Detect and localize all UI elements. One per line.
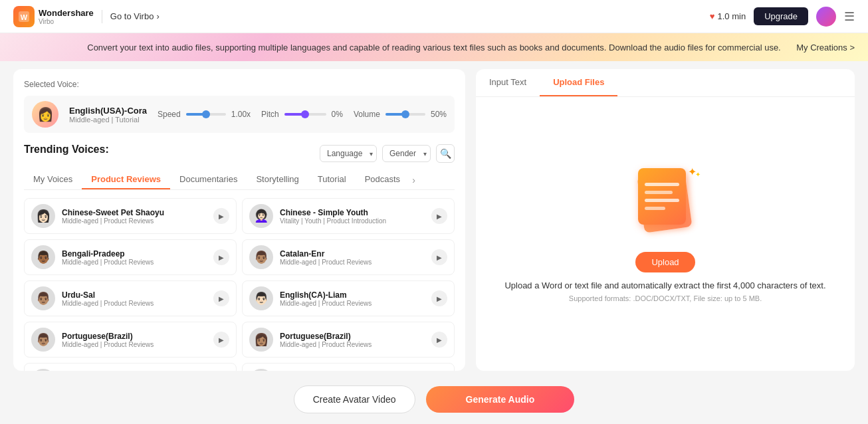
logo-brand: Wondershare <box>39 8 94 18</box>
speed-thumb <box>202 110 210 118</box>
top-nav: W Wondershare Virbo Go to Virbo › ♥ 1.0 … <box>0 0 868 33</box>
voice-play-button[interactable]: ▶ <box>213 332 229 348</box>
voice-play-button[interactable]: ▶ <box>431 249 447 265</box>
doc-line-4 <box>645 207 665 210</box>
voice-item-name: English(CA)-Liam <box>280 290 425 300</box>
speed-label: Speed <box>158 110 181 119</box>
voice-list-item[interactable]: 👩🏻‍🦳 Welsh-Nia Middle-aged | Product Rev… <box>24 363 237 371</box>
left-panel: Selected Voice: 👩 English(USA)-Cora Midd… <box>13 69 465 371</box>
voice-list-item[interactable]: 👨🏽 Portuguese(Brazil) Middle-aged | Prod… <box>24 322 237 358</box>
voice-list-item[interactable]: 👨🏽 Catalan-Enr Middle-aged | Product Rev… <box>242 239 455 275</box>
svg-text:W: W <box>21 13 28 21</box>
tab-product-reviews[interactable]: Product Reviews <box>82 170 170 189</box>
voice-list-item[interactable]: 👨🏾 Bengali-Pradeep Middle-aged | Product… <box>24 239 237 275</box>
banner-text: Convert your text into audio files, supp… <box>87 43 780 53</box>
voice-list-item[interactable]: 👩🏻 Chinese-Sweet Pet Shaoyu Middle-aged … <box>24 198 237 234</box>
search-icon[interactable]: 🔍 <box>436 144 455 163</box>
voice-item-tags: Middle-aged | Product Reviews <box>62 341 207 348</box>
pitch-thumb <box>301 110 309 118</box>
tab-documentaries[interactable]: Documentaries <box>170 170 247 189</box>
voice-play-button[interactable]: ▶ <box>213 249 229 265</box>
upload-description: Upload a Word or text file and automatic… <box>504 280 825 290</box>
volume-value: 50% <box>431 110 447 119</box>
voice-play-button[interactable]: ▶ <box>213 290 229 306</box>
tab-podcasts[interactable]: Podcasts <box>356 170 409 189</box>
voice-list-item[interactable]: 👨🏻 English(CA)-Liam Middle-aged | Produc… <box>242 280 455 316</box>
tab-upload-files[interactable]: Upload Files <box>540 69 617 96</box>
voice-play-button[interactable]: ▶ <box>431 332 447 348</box>
voice-item-avatar: 👨🏽 <box>31 286 55 310</box>
voice-play-button[interactable]: ▶ <box>431 290 447 306</box>
right-panel: Input Text Upload Files ✦ ✦ Upload Up <box>476 69 855 371</box>
bottom-bar: Create Avatar Video Generate Audio <box>0 379 868 420</box>
menu-icon[interactable]: ☰ <box>844 9 855 24</box>
language-select-wrapper: Language ▾ <box>320 145 377 162</box>
pitch-value: 0% <box>332 110 343 119</box>
gender-select-wrapper: Gender ▾ <box>382 145 431 162</box>
voice-item-info: Bengali-Pradeep Middle-aged | Product Re… <box>62 249 207 266</box>
voice-item-tags: Middle-aged | Product Reviews <box>62 259 207 266</box>
voice-item-avatar: 👨🏽 <box>31 328 55 352</box>
user-avatar[interactable] <box>816 7 836 27</box>
voice-item-avatar: 👨🏻 <box>249 286 273 310</box>
voice-item-tags: Middle-aged | Product Reviews <box>280 259 425 266</box>
trending-title: Trending Voices: <box>24 144 109 156</box>
upgrade-button[interactable]: Upgrade <box>754 7 808 25</box>
speed-slider[interactable] <box>186 113 226 116</box>
logo: W Wondershare Virbo <box>13 6 94 27</box>
volume-slider[interactable] <box>385 113 425 116</box>
voice-list-item[interactable]: 👩🏽 Portuguese(Brazil) Middle-aged | Prod… <box>242 322 455 358</box>
voice-item-info: Urdu-Sal Middle-aged | Product Reviews <box>62 290 207 307</box>
heart-icon: ♥ <box>710 11 715 21</box>
trending-header: Trending Voices: Language ▾ Gender ▾ 🔍 <box>24 144 455 163</box>
speed-value: 1.00x <box>231 110 251 119</box>
upload-button[interactable]: Upload <box>635 252 695 272</box>
voice-item-avatar: 👩🏽 <box>249 328 273 352</box>
my-creations-link[interactable]: My Creations > <box>796 43 855 53</box>
tab-input-text[interactable]: Input Text <box>476 69 540 96</box>
create-avatar-button[interactable]: Create Avatar Video <box>294 385 415 413</box>
nav-left: W Wondershare Virbo Go to Virbo › <box>13 6 160 27</box>
voice-item-avatar: 👨🏾 <box>31 245 55 269</box>
voice-item-tags: Vitality | Youth | Product Introduction <box>280 217 425 225</box>
voice-item-info: English(CA)-Liam Middle-aged | Product R… <box>280 290 425 307</box>
voice-item-info: Portuguese(Brazil) Middle-aged | Product… <box>62 332 207 348</box>
voice-item-info: Portuguese(Brazil) Middle-aged | Product… <box>280 332 425 348</box>
voice-list-item[interactable]: 👨🏽 Urdu-Sal Middle-aged | Product Review… <box>24 280 237 316</box>
logo-sub: Virbo <box>39 18 94 25</box>
gender-select[interactable]: Gender <box>382 145 431 162</box>
right-tab-bar: Input Text Upload Files <box>476 69 855 97</box>
upload-area: ✦ ✦ Upload Upload a Word or text file an… <box>476 97 855 371</box>
voice-list-item[interactable]: 👩🏻‍🦱 Chinese - Simple Youth Vitality | Y… <box>242 198 455 234</box>
upload-illustration: ✦ ✦ <box>629 165 702 239</box>
doc-line-2 <box>645 191 673 194</box>
banner: Convert your text into audio files, supp… <box>0 33 868 61</box>
selected-voice-label: Selected Voice: <box>24 80 455 89</box>
generate-audio-button[interactable]: Generate Audio <box>426 386 575 413</box>
voice-play-button[interactable]: ▶ <box>431 208 447 224</box>
doc-front <box>638 168 686 225</box>
tab-storytelling[interactable]: Storytelling <box>247 170 308 189</box>
voice-item-name: Urdu-Sal <box>62 290 207 300</box>
tabs-more-icon[interactable]: › <box>409 171 418 189</box>
pitch-slider[interactable] <box>284 113 326 116</box>
doc-line-1 <box>645 183 679 186</box>
filter-group: Language ▾ Gender ▾ 🔍 <box>320 144 455 163</box>
voice-item-avatar: 👩🏻‍🦱 <box>249 204 273 228</box>
voice-list-item[interactable]: 👩🏻‍🦱 Chinese - Promotional Fem... Exciti… <box>242 363 455 371</box>
tab-my-voices[interactable]: My Voices <box>24 170 82 189</box>
doc-line-3 <box>645 199 679 202</box>
voice-item-avatar: 👩🏻 <box>31 204 55 228</box>
voice-item-avatar: 👨🏽 <box>249 245 273 269</box>
voice-category-tabs: My Voices Product Reviews Documentaries … <box>24 170 455 190</box>
voice-play-button[interactable]: ▶ <box>213 208 229 224</box>
tab-tutorial[interactable]: Tutorial <box>308 170 356 189</box>
voice-item-avatar: 👩🏻‍🦳 <box>31 369 55 371</box>
go-to-virbo-link[interactable]: Go to Virbo › <box>110 11 160 21</box>
language-select[interactable]: Language <box>320 145 377 162</box>
voice-item-tags: Middle-aged | Product Reviews <box>280 300 425 307</box>
voice-item-info: Chinese-Sweet Pet Shaoyu Middle-aged | P… <box>62 208 207 225</box>
voice-item-avatar: 👩🏻‍🦱 <box>249 369 273 371</box>
voice-controls: 👩 English(USA)-Cora Middle-aged | Tutori… <box>24 96 455 133</box>
voice-item-name: Chinese-Sweet Pet Shaoyu <box>62 208 207 217</box>
